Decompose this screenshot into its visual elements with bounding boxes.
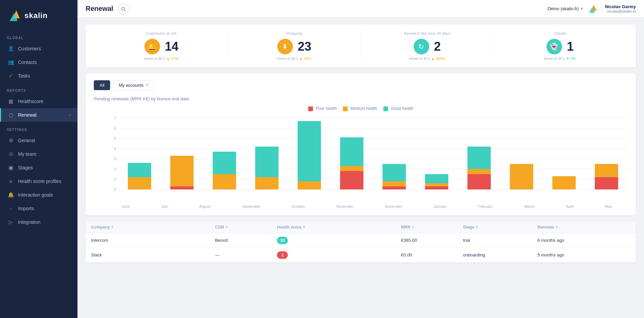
svg-rect-30 (340, 171, 364, 189)
stat-customers-at-risk: Customers at risk 🔔 14 trend vs M-1 ▲ 17… (95, 31, 228, 61)
th-csm[interactable]: CSM ⇅ (215, 225, 277, 230)
bar-label-april: April (566, 204, 574, 208)
sort-icon: ⇅ (111, 225, 114, 229)
bar-chart-labels: JuneJulyAugustSeptemberOctoberNovemberDe… (94, 204, 628, 208)
header-divider (601, 4, 602, 14)
filter-all-button[interactable]: All (94, 80, 110, 90)
stat-value-2: 2 (434, 39, 441, 54)
table-row[interactable]: Slack — 1 €0.00 onboarding 5 months ago (86, 248, 636, 263)
stat-icon-3: 👻 (546, 39, 562, 54)
chart-card: All My accounts ▼ Pending renewals (MRR … (86, 73, 636, 215)
svg-text:7: 7 (114, 116, 116, 120)
sidebar: skalin GLOBAL 👤 Customers 👥 Contacts ✓ T… (0, 0, 77, 318)
bar-label-october: October (292, 204, 305, 208)
svg-rect-41 (467, 147, 491, 169)
stat-renew-next-30: Renew in the next 30 days ↻ 2 trend vs M… (361, 31, 494, 61)
sidebar-item-customers[interactable]: 👤 Customers (0, 42, 77, 55)
sidebar-item-general[interactable]: ⚙ General (0, 134, 77, 147)
sidebar-item-integration[interactable]: ▷ Integration (0, 215, 77, 229)
health-profiles-icon: ≡ (8, 178, 14, 184)
customers-icon: 👤 (8, 46, 14, 52)
sidebar-item-label: Health score profiles (18, 179, 62, 184)
sidebar-item-interaction-goals[interactable]: 🔔 Interaction goals (0, 188, 77, 202)
sidebar-item-tasks[interactable]: ✓ Tasks (0, 69, 77, 83)
td-company: Slack (91, 252, 215, 257)
stat-row-0: 🔔 14 (144, 39, 178, 54)
bar-label-august: August (199, 204, 211, 208)
user-info: Nicolas Garmy nicolas@skalin.io (605, 4, 636, 13)
content: Customers at risk 🔔 14 trend vs M-1 ▲ 17… (77, 18, 644, 318)
page-title: Renewal (86, 5, 113, 13)
svg-rect-33 (383, 186, 406, 189)
user-name: Nicolas Garmy (605, 4, 636, 9)
sidebar-logo-text: skalin (24, 11, 48, 20)
tasks-icon: ✓ (8, 73, 14, 79)
chart-title: Pending renewals (MRR K€) by licence end… (94, 96, 628, 101)
filter-row: All My accounts ▼ (94, 80, 628, 90)
stat-trend-0: trend vs M-1 ▲ 17% (144, 56, 178, 61)
th-company[interactable]: Company ⇅ (91, 225, 215, 230)
table-row[interactable]: Intercom Benoît 10 €365.00 trial 6 month… (86, 233, 636, 248)
svg-rect-39 (467, 174, 491, 189)
health-badge: 1 (277, 251, 288, 259)
svg-text:3: 3 (114, 157, 116, 161)
sidebar-item-health-score-profiles[interactable]: ≡ Health score profiles (0, 174, 77, 188)
imports-icon: ↑ (8, 205, 14, 212)
stat-label-0: Customers at risk (146, 31, 177, 35)
sidebar-item-my-team[interactable]: ⊙ My team (0, 147, 77, 161)
skalin-header-icon (587, 3, 598, 14)
search-button[interactable] (118, 3, 129, 14)
medium-health-dot (343, 106, 348, 111)
chevron-down-icon: ▼ (145, 83, 149, 87)
stat-trend-3: trend vs M-1 ▼ 0% (544, 56, 576, 61)
legend-poor-health: Poor health (308, 106, 337, 111)
svg-rect-34 (383, 181, 406, 186)
bar-label-may: May (605, 204, 612, 208)
th-renewal[interactable]: Renewal ⇅ (537, 225, 612, 230)
legend-medium-health: Medium health (343, 106, 377, 111)
chevron-down-icon: ▼ (580, 7, 584, 11)
bar-chart-svg: 01234567 (106, 115, 628, 196)
good-health-dot (383, 106, 388, 111)
stat-row-2: ↻ 2 (414, 39, 441, 54)
sidebar-item-label: Stages (18, 165, 33, 170)
sidebar-item-renewal[interactable]: ◌ Renewal › (0, 108, 77, 122)
interaction-goals-icon: 🔔 (8, 192, 14, 198)
sidebar-item-label: Renewal (18, 112, 36, 118)
sidebar-item-imports[interactable]: ↑ Imports (0, 202, 77, 215)
sidebar-item-stages[interactable]: ▣ Stages (0, 161, 77, 174)
stat-icon-0: 🔔 (144, 39, 160, 54)
workspace-selector[interactable]: Démo (skalin.fr) ▼ (547, 6, 584, 11)
svg-rect-36 (425, 186, 449, 189)
sort-icon: ⇅ (555, 225, 558, 229)
chevron-right-icon: › (69, 113, 71, 117)
svg-rect-26 (255, 177, 279, 189)
sort-icon: ⇅ (475, 225, 478, 229)
td-company: Intercom (91, 238, 215, 243)
healthscore-icon: ▦ (8, 98, 14, 104)
sidebar-item-healthscore[interactable]: ▦ Healthscore (0, 95, 77, 108)
table-body: Intercom Benoît 10 €365.00 trial 6 month… (86, 233, 636, 263)
sidebar-item-contacts[interactable]: 👥 Contacts (0, 55, 77, 69)
th-stage[interactable]: Stage ⇅ (463, 225, 537, 230)
legend-good-health: Good health (383, 106, 413, 111)
svg-rect-44 (595, 177, 618, 189)
my-team-icon: ⊙ (8, 151, 14, 157)
th-mrr[interactable]: MRR ⇅ (401, 225, 463, 230)
sidebar-item-label: Healthscore (18, 99, 43, 104)
svg-text:4: 4 (114, 147, 116, 151)
bar-label-november: November (336, 204, 354, 208)
th-health-score[interactable]: Health score ⇅ (277, 225, 401, 230)
svg-rect-37 (425, 183, 449, 186)
user-email: nicolas@skalin.io (607, 9, 636, 13)
stat-trend-2: trend vs M-1 ▲ 200% (409, 56, 445, 61)
bar-label-january: January (434, 204, 447, 208)
table-header: Company ⇅ CSM ⇅ Health score ⇅ MRR ⇅ Sta… (86, 221, 636, 233)
bar-label-june: June (122, 204, 130, 208)
poor-health-dot (308, 106, 313, 111)
svg-rect-25 (213, 152, 236, 174)
header-right: Démo (skalin.fr) ▼ Nicolas Garmy nicolas… (547, 3, 636, 14)
svg-rect-21 (128, 163, 151, 177)
filter-my-accounts-dropdown[interactable]: My accounts ▼ (114, 80, 154, 90)
sidebar-logo: skalin (0, 0, 77, 30)
